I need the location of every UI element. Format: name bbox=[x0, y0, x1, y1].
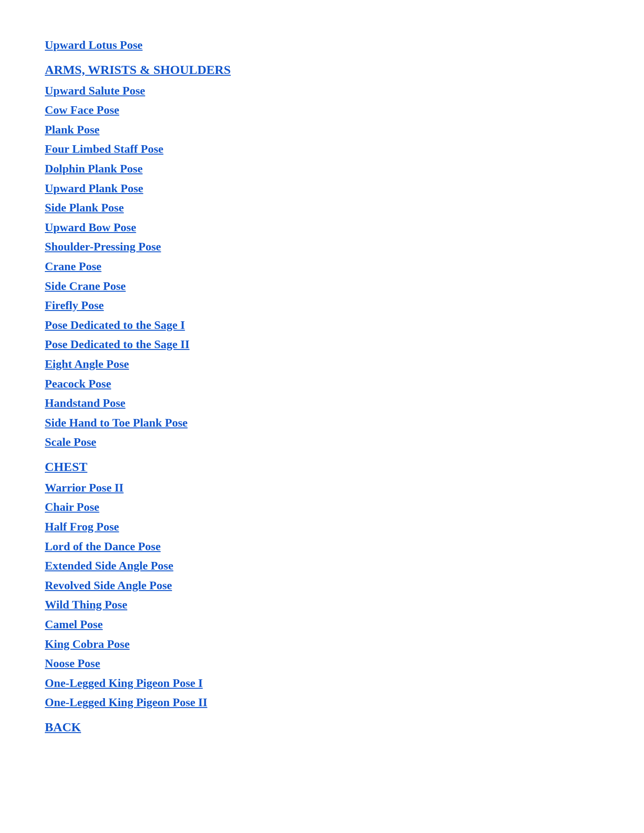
pose-link-one-legged-king-pigeon-pose-i[interactable]: One-Legged King Pigeon Pose I bbox=[45, 674, 599, 693]
pose-link-shoulder-pressing-pose[interactable]: Shoulder-Pressing Pose bbox=[45, 237, 599, 256]
pose-link-plank-pose[interactable]: Plank Pose bbox=[45, 121, 599, 139]
pose-link-chair-pose[interactable]: Chair Pose bbox=[45, 498, 599, 517]
pose-link-upward-salute-pose[interactable]: Upward Salute Pose bbox=[45, 82, 599, 100]
pose-link-upward-plank-pose[interactable]: Upward Plank Pose bbox=[45, 179, 599, 198]
pose-link-extended-side-angle-pose[interactable]: Extended Side Angle Pose bbox=[45, 557, 599, 575]
pose-link-side-crane-pose[interactable]: Side Crane Pose bbox=[45, 277, 599, 296]
pose-link-one-legged-king-pigeon-pose-ii[interactable]: One-Legged King Pigeon Pose II bbox=[45, 693, 599, 712]
section-header-chest[interactable]: CHEST bbox=[45, 460, 599, 474]
pose-link-eight-angle-pose[interactable]: Eight Angle Pose bbox=[45, 355, 599, 374]
pose-link-king-cobra-pose[interactable]: King Cobra Pose bbox=[45, 635, 599, 654]
sections-container: ARMS, WRISTS & SHOULDERSUpward Salute Po… bbox=[45, 63, 599, 734]
pose-link-pose-dedicated-to-the-sage-i[interactable]: Pose Dedicated to the Sage I bbox=[45, 316, 599, 335]
pose-link-handstand-pose[interactable]: Handstand Pose bbox=[45, 394, 599, 413]
pose-link-scale-pose[interactable]: Scale Pose bbox=[45, 433, 599, 452]
section-chest: CHESTWarrior Pose IIChair PoseHalf Frog … bbox=[45, 460, 599, 712]
page-container: Upward Lotus Pose ARMS, WRISTS & SHOULDE… bbox=[45, 36, 599, 734]
pose-link-wild-thing-pose[interactable]: Wild Thing Pose bbox=[45, 596, 599, 614]
pose-link-crane-pose[interactable]: Crane Pose bbox=[45, 257, 599, 276]
pose-link-side-hand-to-toe-plank-pose[interactable]: Side Hand to Toe Plank Pose bbox=[45, 414, 599, 432]
pose-link-lord-of-the-dance-pose[interactable]: Lord of the Dance Pose bbox=[45, 537, 599, 556]
pose-link-firefly-pose[interactable]: Firefly Pose bbox=[45, 296, 599, 315]
pose-link-dolphin-plank-pose[interactable]: Dolphin Plank Pose bbox=[45, 160, 599, 178]
pose-link-revolved-side-angle-pose[interactable]: Revolved Side Angle Pose bbox=[45, 576, 599, 595]
pose-link-four-limbed-staff-pose[interactable]: Four Limbed Staff Pose bbox=[45, 140, 599, 159]
intro-link-container: Upward Lotus Pose bbox=[45, 36, 599, 55]
pose-link-camel-pose[interactable]: Camel Pose bbox=[45, 615, 599, 634]
pose-link-peacock-pose[interactable]: Peacock Pose bbox=[45, 375, 599, 393]
section-header-back[interactable]: BACK bbox=[45, 720, 599, 734]
pose-link-upward-bow-pose[interactable]: Upward Bow Pose bbox=[45, 218, 599, 237]
pose-link-cow-face-pose[interactable]: Cow Face Pose bbox=[45, 101, 599, 120]
pose-link-warrior-pose-ii[interactable]: Warrior Pose II bbox=[45, 479, 599, 497]
section-arms-wrists-shoulders: ARMS, WRISTS & SHOULDERSUpward Salute Po… bbox=[45, 63, 599, 452]
section-header-arms-wrists-shoulders[interactable]: ARMS, WRISTS & SHOULDERS bbox=[45, 63, 599, 77]
pose-link-noose-pose[interactable]: Noose Pose bbox=[45, 654, 599, 673]
pose-link-pose-dedicated-to-the-sage-ii[interactable]: Pose Dedicated to the Sage II bbox=[45, 335, 599, 354]
intro-link[interactable]: Upward Lotus Pose bbox=[45, 36, 599, 55]
pose-link-half-frog-pose[interactable]: Half Frog Pose bbox=[45, 518, 599, 536]
pose-link-side-plank-pose[interactable]: Side Plank Pose bbox=[45, 199, 599, 217]
section-back: BACK bbox=[45, 720, 599, 734]
